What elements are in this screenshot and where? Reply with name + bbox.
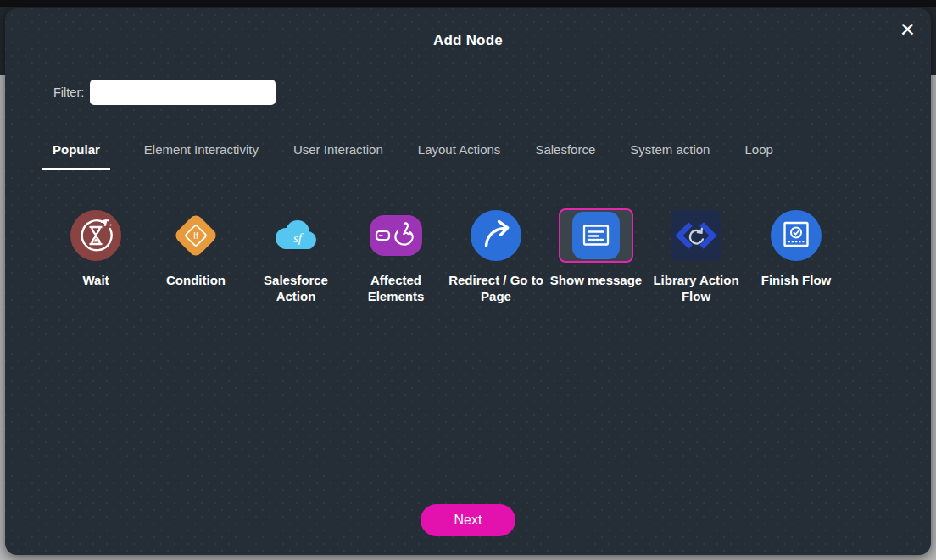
library-action-flow-icon (671, 210, 722, 261)
finish-flow-icon (771, 210, 822, 261)
salesforce-cloud-icon: sf (269, 213, 323, 258)
backdrop-top-bar (0, 0, 936, 7)
node-label: Condition (166, 272, 226, 288)
wait-icon-box (70, 207, 121, 264)
condition-icon-box: If (170, 207, 221, 264)
filter-input[interactable] (90, 80, 276, 105)
svg-text:If: If (193, 230, 198, 241)
tab-salesforce[interactable]: Salesforce (534, 136, 596, 170)
tab-layout-actions[interactable]: Layout Actions (417, 136, 502, 170)
modal-title: Add Node (5, 32, 931, 49)
node-label: Salesforce Action (248, 272, 343, 304)
node-item-show-message[interactable]: Show message (546, 207, 646, 304)
show-message-icon-box (559, 207, 633, 264)
node-item-affected-elements[interactable]: Affected Elements (346, 207, 446, 304)
node-label: Show message (550, 272, 642, 288)
node-item-redirect-go-to-page[interactable]: Redirect / Go to Page (446, 207, 546, 304)
node-label: Wait (82, 272, 109, 288)
affected-elements-icon-box (369, 207, 423, 264)
node-item-finish-flow[interactable]: Finish Flow (746, 207, 846, 304)
salesforce-icon-box: sf (269, 207, 323, 264)
wait-icon (70, 210, 121, 261)
redirect-arrow-icon (471, 210, 521, 261)
add-node-modal: Add Node ✕ Filter: Popular Element Inter… (5, 8, 931, 555)
tab-user-interaction[interactable]: User Interaction (292, 136, 384, 170)
node-item-condition[interactable]: If Condition (146, 207, 246, 304)
filter-label: Filter: (53, 86, 84, 99)
node-item-wait[interactable]: Wait (46, 207, 146, 304)
show-message-icon (572, 212, 620, 259)
tab-popular[interactable]: Popular (42, 136, 110, 170)
node-grid: Wait If Condition (46, 207, 846, 304)
node-label: Library Action Flow (649, 272, 744, 304)
node-label: Affected Elements (348, 272, 443, 304)
finish-flow-icon-box (771, 207, 822, 264)
tab-bar: Popular Element Interactivity User Inter… (53, 136, 895, 169)
tab-system-action[interactable]: System action (629, 136, 710, 170)
library-action-flow-icon-box (671, 207, 722, 264)
tab-element-interactivity[interactable]: Element Interactivity (143, 136, 259, 170)
tab-loop[interactable]: Loop (744, 136, 773, 170)
node-item-salesforce-action[interactable]: sf Salesforce Action (246, 207, 346, 304)
selected-node-frame (559, 208, 633, 263)
condition-icon: If (170, 210, 221, 261)
affected-elements-hand-icon (369, 213, 423, 258)
node-label: Redirect / Go to Page (448, 272, 543, 304)
filter-row: Filter: (53, 80, 276, 105)
node-item-library-action-flow[interactable]: Library Action Flow (646, 207, 746, 304)
close-icon[interactable]: ✕ (900, 20, 916, 40)
next-button[interactable]: Next (421, 504, 515, 536)
node-label: Finish Flow (761, 272, 832, 288)
redirect-icon-box (471, 207, 521, 264)
